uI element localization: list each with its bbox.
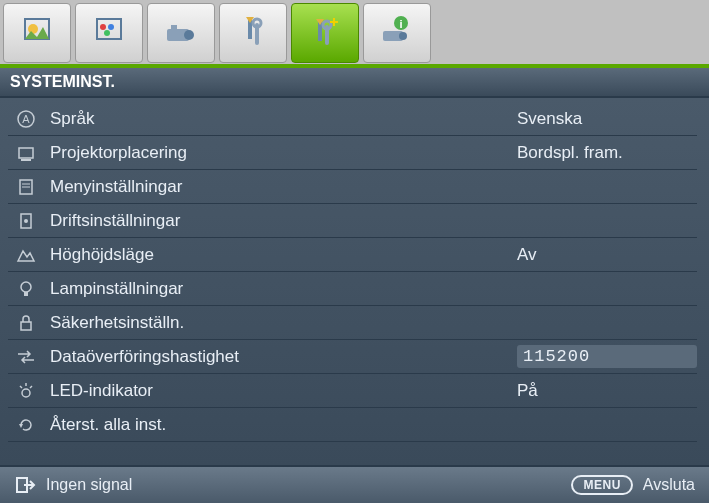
row-projector-position[interactable]: Projektorplacering Bordspl. fram. <box>8 136 697 170</box>
position-icon <box>8 142 44 164</box>
svg-rect-18 <box>330 21 338 23</box>
row-label: Menyinställningar <box>44 177 517 197</box>
footer-bar: Ingen signal MENU Avsluta <box>0 465 709 503</box>
row-value: Bordspl. fram. <box>517 143 697 163</box>
row-security-settings[interactable]: Säkerhetsinställn. <box>8 306 697 340</box>
svg-point-5 <box>104 30 110 36</box>
svg-point-32 <box>21 282 31 292</box>
row-label: Språk <box>44 109 517 129</box>
svg-text:A: A <box>22 113 30 125</box>
tab-setup-basic[interactable] <box>219 3 287 63</box>
row-baud-rate[interactable]: Dataöverföringshastighet 115200 <box>8 340 697 374</box>
svg-point-31 <box>24 219 28 223</box>
menu-content: A Språk Svenska Projektorplacering Bords… <box>0 98 709 465</box>
reset-icon <box>8 414 44 436</box>
row-label: Återst. alla inst. <box>44 415 517 435</box>
exit-arrow-icon <box>14 474 36 496</box>
row-value: 115200 <box>517 345 697 368</box>
row-label: LED-indikator <box>44 381 517 401</box>
tab-picture[interactable] <box>3 3 71 63</box>
row-lamp-settings[interactable]: Lampinställningar <box>8 272 697 306</box>
tab-setup-advanced[interactable] <box>291 3 359 63</box>
data-transfer-icon <box>8 346 44 368</box>
tab-bar: i <box>0 0 709 68</box>
menu-title: SYSTEMINST. <box>0 68 709 98</box>
menu-button-hint[interactable]: MENU <box>571 475 632 495</box>
projector-icon <box>161 13 201 53</box>
screen-sun-icon <box>17 13 57 53</box>
svg-rect-8 <box>171 25 177 29</box>
signal-status: Ingen signal <box>46 476 561 494</box>
svg-point-7 <box>184 30 194 40</box>
svg-rect-25 <box>19 148 33 158</box>
tab-info[interactable]: i <box>363 3 431 63</box>
svg-point-20 <box>399 32 407 40</box>
osd-menu: i SYSTEMINST. A Språk Svenska Projektorp… <box>0 0 709 503</box>
globe-letter-icon: A <box>8 108 44 130</box>
mountain-icon <box>8 244 44 266</box>
row-label: Säkerhetsinställn. <box>44 313 517 333</box>
lock-icon <box>8 312 44 334</box>
row-value: På <box>517 381 697 401</box>
row-label: Lampinställningar <box>44 279 517 299</box>
bulb-icon <box>8 278 44 300</box>
row-value: Av <box>517 245 697 265</box>
svg-point-3 <box>100 24 106 30</box>
svg-rect-26 <box>21 159 31 161</box>
svg-text:i: i <box>399 18 402 30</box>
row-menu-settings[interactable]: Menyinställningar <box>8 170 697 204</box>
tools-icon <box>233 13 273 53</box>
tab-source[interactable] <box>147 3 215 63</box>
led-icon <box>8 380 44 402</box>
svg-rect-33 <box>24 292 28 296</box>
svg-point-4 <box>108 24 114 30</box>
row-value: Svenska <box>517 109 697 129</box>
screen-palette-icon <box>89 13 129 53</box>
exit-label: Avsluta <box>643 476 695 494</box>
svg-marker-39 <box>19 424 23 428</box>
tools-plus-icon <box>305 13 345 53</box>
power-icon <box>8 210 44 232</box>
row-high-altitude[interactable]: Höghöjdsläge Av <box>8 238 697 272</box>
svg-point-35 <box>22 389 30 397</box>
projector-info-icon: i <box>377 13 417 53</box>
menu-page-icon <box>8 176 44 198</box>
row-language[interactable]: A Språk Svenska <box>8 102 697 136</box>
row-reset-all[interactable]: Återst. alla inst. <box>8 408 697 442</box>
row-label: Projektorplacering <box>44 143 517 163</box>
svg-line-38 <box>30 386 32 388</box>
row-label: Driftsinställningar <box>44 211 517 231</box>
row-label: Höghöjdsläge <box>44 245 517 265</box>
row-label: Dataöverföringshastighet <box>44 347 517 367</box>
row-led-indicator[interactable]: LED-indikator På <box>8 374 697 408</box>
svg-rect-34 <box>21 322 31 330</box>
row-operation-settings[interactable]: Driftsinställningar <box>8 204 697 238</box>
svg-point-1 <box>28 24 38 34</box>
svg-line-37 <box>20 386 22 388</box>
tab-display[interactable] <box>75 3 143 63</box>
